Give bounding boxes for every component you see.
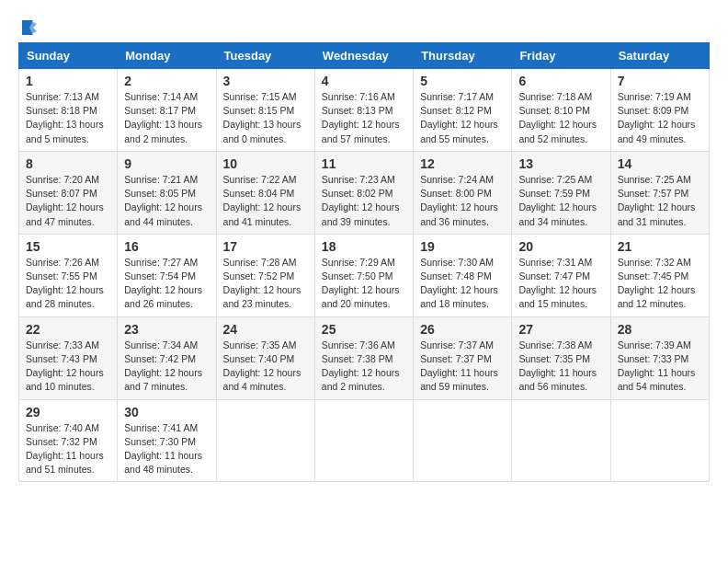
calendar-cell: 7Sunrise: 7:19 AMSunset: 8:09 PMDaylight…: [610, 69, 709, 152]
calendar-cell: [414, 399, 512, 482]
calendar-cell: 25Sunrise: 7:36 AMSunset: 7:38 PMDayligh…: [314, 316, 413, 399]
day-info: Sunrise: 7:26 AMSunset: 7:55 PMDaylight:…: [26, 256, 110, 312]
day-info: Sunrise: 7:14 AMSunset: 8:17 PMDaylight:…: [124, 90, 209, 146]
calendar-cell: 2Sunrise: 7:14 AMSunset: 8:17 PMDaylight…: [118, 69, 216, 152]
calendar-cell: 20Sunrise: 7:31 AMSunset: 7:47 PMDayligh…: [512, 234, 610, 316]
day-number: 17: [223, 239, 308, 254]
day-info: Sunrise: 7:22 AMSunset: 8:04 PMDaylight:…: [223, 173, 308, 229]
day-number: 16: [124, 239, 209, 254]
day-info: Sunrise: 7:28 AMSunset: 7:52 PMDaylight:…: [223, 256, 308, 312]
calendar-week-row: 8Sunrise: 7:20 AMSunset: 8:07 PMDaylight…: [19, 151, 710, 234]
calendar-cell: 23Sunrise: 7:34 AMSunset: 7:42 PMDayligh…: [118, 316, 216, 399]
logo-flag-icon: [20, 18, 39, 37]
calendar-cell: 18Sunrise: 7:29 AMSunset: 7:50 PMDayligh…: [314, 234, 413, 316]
day-number: 20: [518, 239, 603, 254]
calendar-cell: 26Sunrise: 7:37 AMSunset: 7:37 PMDayligh…: [414, 316, 512, 399]
day-number: 28: [618, 322, 702, 337]
calendar-week-row: 22Sunrise: 7:33 AMSunset: 7:43 PMDayligh…: [19, 316, 710, 399]
day-number: 3: [223, 74, 308, 88]
calendar-cell: 21Sunrise: 7:32 AMSunset: 7:45 PMDayligh…: [610, 234, 709, 316]
day-number: 29: [26, 405, 110, 419]
day-number: 27: [518, 322, 603, 337]
day-number: 24: [223, 322, 308, 337]
day-info: Sunrise: 7:32 AMSunset: 7:45 PMDaylight:…: [618, 256, 702, 312]
calendar-cell: 5Sunrise: 7:17 AMSunset: 8:12 PMDaylight…: [414, 69, 512, 152]
calendar-cell: 8Sunrise: 7:20 AMSunset: 8:07 PMDaylight…: [19, 151, 118, 234]
day-info: Sunrise: 7:17 AMSunset: 8:12 PMDaylight:…: [420, 90, 505, 146]
day-info: Sunrise: 7:33 AMSunset: 7:43 PMDaylight:…: [26, 339, 110, 395]
day-info: Sunrise: 7:38 AMSunset: 7:35 PMDaylight:…: [518, 339, 603, 395]
day-number: 30: [124, 405, 209, 419]
day-info: Sunrise: 7:31 AMSunset: 7:47 PMDaylight:…: [518, 256, 603, 312]
day-info: Sunrise: 7:15 AMSunset: 8:15 PMDaylight:…: [223, 90, 308, 146]
day-number: 8: [26, 156, 110, 171]
day-info: Sunrise: 7:21 AMSunset: 8:05 PMDaylight:…: [124, 173, 209, 229]
day-info: Sunrise: 7:27 AMSunset: 7:54 PMDaylight:…: [124, 256, 209, 312]
day-info: Sunrise: 7:18 AMSunset: 8:10 PMDaylight:…: [518, 90, 603, 146]
calendar-cell: [216, 399, 314, 482]
day-number: 26: [420, 322, 505, 337]
day-info: Sunrise: 7:20 AMSunset: 8:07 PMDaylight:…: [26, 173, 110, 229]
day-number: 19: [420, 239, 505, 254]
day-info: Sunrise: 7:23 AMSunset: 8:02 PMDaylight:…: [322, 173, 406, 229]
day-info: Sunrise: 7:34 AMSunset: 7:42 PMDaylight:…: [124, 339, 209, 395]
calendar-header-sunday: Sunday: [19, 43, 118, 69]
day-number: 18: [322, 239, 406, 254]
calendar-cell: 13Sunrise: 7:25 AMSunset: 7:59 PMDayligh…: [512, 151, 610, 234]
day-number: 1: [26, 74, 110, 88]
day-info: Sunrise: 7:41 AMSunset: 7:30 PMDaylight:…: [124, 421, 209, 477]
calendar-cell: 12Sunrise: 7:24 AMSunset: 8:00 PMDayligh…: [414, 151, 512, 234]
day-info: Sunrise: 7:29 AMSunset: 7:50 PMDaylight:…: [322, 256, 406, 312]
day-number: 10: [223, 156, 308, 171]
day-number: 14: [618, 156, 702, 171]
calendar-cell: [512, 399, 610, 482]
day-number: 12: [420, 156, 505, 171]
day-info: Sunrise: 7:13 AMSunset: 8:18 PMDaylight:…: [26, 90, 110, 146]
calendar-header-wednesday: Wednesday: [314, 43, 413, 69]
day-number: 7: [618, 74, 702, 88]
calendar-cell: 28Sunrise: 7:39 AMSunset: 7:33 PMDayligh…: [610, 316, 709, 399]
day-number: 15: [26, 239, 110, 254]
day-info: Sunrise: 7:30 AMSunset: 7:48 PMDaylight:…: [420, 256, 505, 312]
day-info: Sunrise: 7:35 AMSunset: 7:40 PMDaylight:…: [223, 339, 308, 395]
calendar-cell: 16Sunrise: 7:27 AMSunset: 7:54 PMDayligh…: [118, 234, 216, 316]
day-number: 5: [420, 74, 505, 88]
calendar-body: 1Sunrise: 7:13 AMSunset: 8:18 PMDaylight…: [19, 69, 710, 482]
day-number: 23: [124, 322, 209, 337]
calendar-cell: 15Sunrise: 7:26 AMSunset: 7:55 PMDayligh…: [19, 234, 118, 316]
calendar-cell: 22Sunrise: 7:33 AMSunset: 7:43 PMDayligh…: [19, 316, 118, 399]
day-info: Sunrise: 7:16 AMSunset: 8:13 PMDaylight:…: [322, 90, 406, 146]
calendar-header-row: SundayMondayTuesdayWednesdayThursdayFrid…: [19, 43, 710, 69]
day-number: 4: [322, 74, 406, 88]
day-info: Sunrise: 7:25 AMSunset: 7:57 PMDaylight:…: [618, 173, 702, 229]
calendar-header-monday: Monday: [118, 43, 216, 69]
calendar-cell: [610, 399, 709, 482]
calendar-cell: 9Sunrise: 7:21 AMSunset: 8:05 PMDaylight…: [118, 151, 216, 234]
calendar-header-thursday: Thursday: [414, 43, 512, 69]
calendar-header-friday: Friday: [512, 43, 610, 69]
day-number: 6: [518, 74, 603, 88]
calendar-cell: 14Sunrise: 7:25 AMSunset: 7:57 PMDayligh…: [610, 151, 709, 234]
day-info: Sunrise: 7:40 AMSunset: 7:32 PMDaylight:…: [26, 421, 110, 477]
day-number: 22: [26, 322, 110, 337]
calendar-cell: 4Sunrise: 7:16 AMSunset: 8:13 PMDaylight…: [314, 69, 413, 152]
calendar-header-tuesday: Tuesday: [216, 43, 314, 69]
calendar-week-row: 1Sunrise: 7:13 AMSunset: 8:18 PMDaylight…: [19, 69, 710, 152]
calendar-cell: 3Sunrise: 7:15 AMSunset: 8:15 PMDaylight…: [216, 69, 314, 152]
calendar-table: SundayMondayTuesdayWednesdayThursdayFrid…: [18, 42, 710, 482]
logo: [18, 18, 39, 33]
day-info: Sunrise: 7:37 AMSunset: 7:37 PMDaylight:…: [420, 339, 505, 395]
calendar-cell: 24Sunrise: 7:35 AMSunset: 7:40 PMDayligh…: [216, 316, 314, 399]
day-number: 13: [518, 156, 603, 171]
calendar-week-row: 29Sunrise: 7:40 AMSunset: 7:32 PMDayligh…: [19, 399, 710, 482]
day-info: Sunrise: 7:25 AMSunset: 7:59 PMDaylight:…: [518, 173, 603, 229]
day-number: 9: [124, 156, 209, 171]
day-info: Sunrise: 7:24 AMSunset: 8:00 PMDaylight:…: [420, 173, 505, 229]
calendar-cell: [314, 399, 413, 482]
day-number: 21: [618, 239, 702, 254]
calendar-header-saturday: Saturday: [610, 43, 709, 69]
day-info: Sunrise: 7:39 AMSunset: 7:33 PMDaylight:…: [618, 339, 702, 395]
calendar-cell: 10Sunrise: 7:22 AMSunset: 8:04 PMDayligh…: [216, 151, 314, 234]
calendar-week-row: 15Sunrise: 7:26 AMSunset: 7:55 PMDayligh…: [19, 234, 710, 316]
calendar-cell: 11Sunrise: 7:23 AMSunset: 8:02 PMDayligh…: [314, 151, 413, 234]
